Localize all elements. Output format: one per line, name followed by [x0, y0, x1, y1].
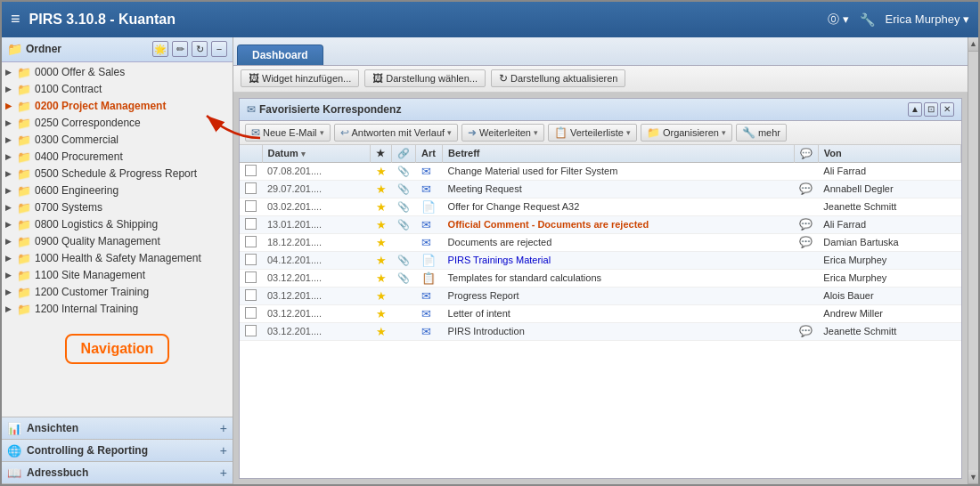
sidebar-edit-btn[interactable]: ✏	[172, 41, 188, 57]
star-icon[interactable]: ★	[376, 289, 387, 303]
cell-subject[interactable]: PIRS Trainings Material	[443, 251, 795, 269]
checkbox[interactable]	[245, 218, 257, 230]
sidebar-item-0000[interactable]: ▶ 📁 0000 Offer & Sales	[2, 64, 233, 81]
checkbox[interactable]	[245, 325, 257, 336]
scroll-track[interactable]	[968, 52, 978, 470]
tab-dashboard[interactable]: Dashboard	[237, 45, 323, 65]
cell-star[interactable]: ★	[371, 233, 392, 251]
sidebar-item-1200i[interactable]: ▶ 📁 1200 Internal Training	[2, 301, 233, 318]
checkbox[interactable]	[245, 236, 257, 247]
star-icon[interactable]: ★	[376, 165, 387, 178]
star-icon[interactable]: ★	[376, 307, 387, 320]
user-menu[interactable]: Erica Murphey ▾	[886, 12, 969, 26]
choose-display-button[interactable]: 🖼 Darstellung wählen...	[364, 69, 486, 87]
sidebar-bottom-adressbuch[interactable]: 📖 Adressbuch +	[2, 462, 233, 484]
cell-star[interactable]: ★	[371, 180, 392, 198]
sidebar-bottom-controlling[interactable]: 🌐 Controlling & Reporting +	[2, 440, 233, 462]
outer-scrollbar[interactable]: ▲ ▼	[968, 37, 978, 484]
antworten-button[interactable]: ↩ Antworten mit Verlauf ▾	[334, 124, 459, 142]
cell-subject[interactable]: Change Material used for Filter System	[443, 162, 795, 180]
help-button[interactable]: ⓪ ▾	[828, 12, 849, 28]
cell-subject[interactable]: Documents are rejected	[443, 233, 795, 251]
cell-check[interactable]	[240, 180, 262, 198]
checkbox[interactable]	[245, 254, 257, 265]
star-icon[interactable]: ★	[376, 200, 387, 214]
col-clip[interactable]: 🔗	[392, 145, 416, 163]
menu-icon[interactable]: ≡	[11, 10, 20, 28]
ansichten-plus[interactable]: +	[220, 421, 227, 435]
cell-check[interactable]	[240, 215, 262, 233]
sidebar-item-0600[interactable]: ▶ 📁 0600 Engineering	[2, 182, 233, 199]
cell-subject[interactable]: Offer for Change Request A32	[443, 198, 795, 215]
organisieren-button[interactable]: 📁 Organisieren ▾	[641, 124, 732, 142]
cell-subject[interactable]: Official Comment - Documents are rejecte…	[443, 215, 795, 233]
controlling-plus[interactable]: +	[220, 443, 227, 458]
star-icon[interactable]: ★	[376, 271, 387, 285]
cell-subject[interactable]: Letter of intent	[443, 304, 795, 322]
checkbox[interactable]	[245, 271, 257, 283]
col-von[interactable]: Von	[818, 145, 960, 163]
cell-check[interactable]	[240, 198, 262, 215]
table-row[interactable]: 03.12.201.... ★ 📎 📋 Templates for standa…	[240, 269, 961, 287]
adressbuch-plus[interactable]: +	[220, 466, 227, 480]
cell-subject[interactable]: PIRS Introduction	[443, 322, 795, 340]
table-row[interactable]: 04.12.201.... ★ 📎 📄 PIRS Trainings Mater…	[240, 251, 961, 269]
star-icon[interactable]: ★	[376, 218, 387, 231]
cell-check[interactable]	[240, 304, 262, 322]
sidebar-item-0300[interactable]: ▶ 📁 0300 Commercial	[2, 132, 233, 149]
sidebar-item-0500[interactable]: ▶ 📁 0500 Schedule & Progress Report	[2, 166, 233, 182]
update-display-button[interactable]: ↻ Darstellung aktualisieren	[491, 69, 625, 87]
sidebar-item-1200c[interactable]: ▶ 📁 1200 Customer Training	[2, 284, 233, 301]
cell-subject[interactable]: Meeting Request	[443, 180, 795, 198]
cell-check[interactable]	[240, 251, 262, 269]
cell-star[interactable]: ★	[371, 251, 392, 269]
table-row[interactable]: 03.12.201.... ★ ✉ Progress Report Alois …	[240, 287, 961, 304]
fav-panel-close[interactable]: ✕	[940, 102, 954, 117]
neue-email-button[interactable]: ✉ Neue E-Mail ▾	[245, 124, 331, 142]
scroll-down-btn[interactable]: ▼	[968, 470, 978, 484]
fav-panel-restore[interactable]: ⊡	[924, 102, 938, 117]
sidebar-collapse-btn[interactable]: −	[211, 41, 227, 57]
cell-star[interactable]: ★	[371, 304, 392, 322]
sidebar-item-0100[interactable]: ▶ 📁 0100 Contract	[2, 81, 233, 98]
table-row[interactable]: 03.12.201.... ★ ✉ PIRS Introduction 💬 Je…	[240, 322, 961, 340]
col-datum[interactable]: Datum ▾	[262, 145, 371, 163]
cell-star[interactable]: ★	[371, 215, 392, 233]
fav-panel-up[interactable]: ▲	[908, 102, 922, 117]
table-row[interactable]: 13.01.201.... ★ 📎 ✉ Official Comment - D…	[240, 215, 961, 233]
sidebar-item-0700[interactable]: ▶ 📁 0700 Systems	[2, 199, 233, 216]
cell-star[interactable]: ★	[371, 269, 392, 287]
cell-subject[interactable]: Templates for standard calculations	[443, 269, 795, 287]
sidebar-new-btn[interactable]: 🌟	[152, 41, 168, 57]
verteilerliste-button[interactable]: 📋 Verteilerliste ▾	[548, 124, 637, 142]
settings-icon[interactable]: 🔧	[860, 12, 875, 27]
checkbox[interactable]	[245, 200, 257, 212]
table-row[interactable]: 03.12.201.... ★ ✉ Letter of intent Andre…	[240, 304, 961, 322]
col-chat[interactable]: 💬	[794, 145, 818, 163]
cell-star[interactable]: ★	[371, 322, 392, 340]
table-row[interactable]: 29.07.201.... ★ 📎 ✉ Meeting Request 💬 An…	[240, 180, 961, 198]
sidebar-item-0200[interactable]: ▶ 📁 0200 Project Management	[2, 98, 233, 115]
col-star[interactable]: ★	[371, 145, 392, 163]
cell-star[interactable]: ★	[371, 198, 392, 215]
cell-subject[interactable]: Progress Report	[443, 287, 795, 304]
sidebar-item-0400[interactable]: ▶ 📁 0400 Procurement	[2, 149, 233, 166]
sidebar-item-1000[interactable]: ▶ 📁 1000 Health & Safety Management	[2, 250, 233, 267]
sidebar-bottom-ansichten[interactable]: 📊 Ansichten +	[2, 417, 233, 440]
col-betreff[interactable]: Betreff	[443, 145, 795, 163]
checkbox[interactable]	[245, 182, 257, 194]
cell-check[interactable]	[240, 162, 262, 180]
sidebar-item-1100[interactable]: ▶ 📁 1100 Site Management	[2, 267, 233, 284]
cell-star[interactable]: ★	[371, 287, 392, 304]
sidebar-item-0900[interactable]: ▶ 📁 0900 Quality Management	[2, 233, 233, 250]
weiterleiten-button[interactable]: ➜ Weiterleiten ▾	[461, 124, 544, 142]
sidebar-item-0250[interactable]: ▶ 📁 0250 Correspondence	[2, 115, 233, 132]
checkbox[interactable]	[245, 307, 257, 319]
cell-check[interactable]	[240, 269, 262, 287]
cell-check[interactable]	[240, 233, 262, 251]
cell-check[interactable]	[240, 322, 262, 340]
sidebar-refresh-btn[interactable]: ↻	[192, 41, 208, 57]
star-icon[interactable]: ★	[376, 236, 387, 249]
add-widget-button[interactable]: 🖼 Widget hinzufügen...	[241, 69, 359, 87]
star-icon[interactable]: ★	[376, 254, 387, 267]
